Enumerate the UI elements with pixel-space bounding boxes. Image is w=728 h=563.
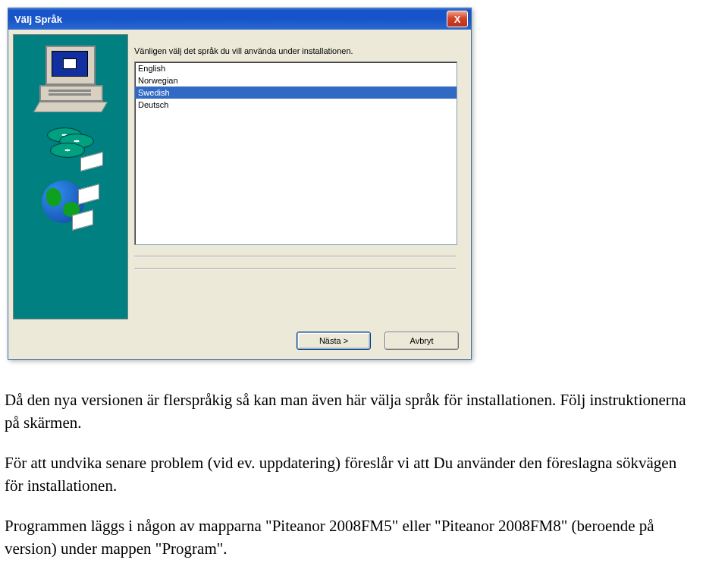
language-option[interactable]: Norwegian [135,74,457,86]
dialog-body: Vänligen välj det språk du vill använda … [8,30,471,324]
separator [134,256,456,257]
wizard-sidebar [13,34,128,319]
language-listbox[interactable]: EnglishNorwegianSwedishDeutsch [134,61,457,245]
paragraph: Då den nya versionen är flerspråkig så k… [5,388,693,435]
cd-icon [44,127,97,164]
separator-group [134,256,456,269]
close-button[interactable]: X [447,11,468,27]
main-panel: Vänligen välj det språk du vill använda … [133,34,466,319]
titlebar: Välj Språk X [8,8,471,30]
language-option[interactable]: Deutsch [135,99,457,111]
paragraph: Programmen läggs i någon av mapparna "Pi… [5,514,693,561]
language-option[interactable]: Swedish [135,86,457,99]
document-text: Då den nya versionen är flerspråkig så k… [5,388,693,561]
button-row: Nästa > Avbryt [8,324,471,359]
language-dialog: Välj Språk X [8,8,472,360]
next-button-label: Nästa > [319,336,348,345]
computer-icon [36,46,105,114]
separator [134,268,456,269]
page: Välj Språk X [0,8,728,563]
language-option[interactable]: English [135,62,457,74]
dialog-title: Välj Språk [14,14,62,25]
next-button[interactable]: Nästa > [297,332,371,350]
paragraph: För att undvika senare problem (vid ev. … [5,451,693,498]
globe-icon [40,178,101,238]
close-icon: X [454,14,461,24]
instruction-text: Vänligen välj det språk du vill använda … [134,46,456,55]
cancel-button-label: Avbryt [410,336,434,345]
cancel-button[interactable]: Avbryt [384,332,459,350]
